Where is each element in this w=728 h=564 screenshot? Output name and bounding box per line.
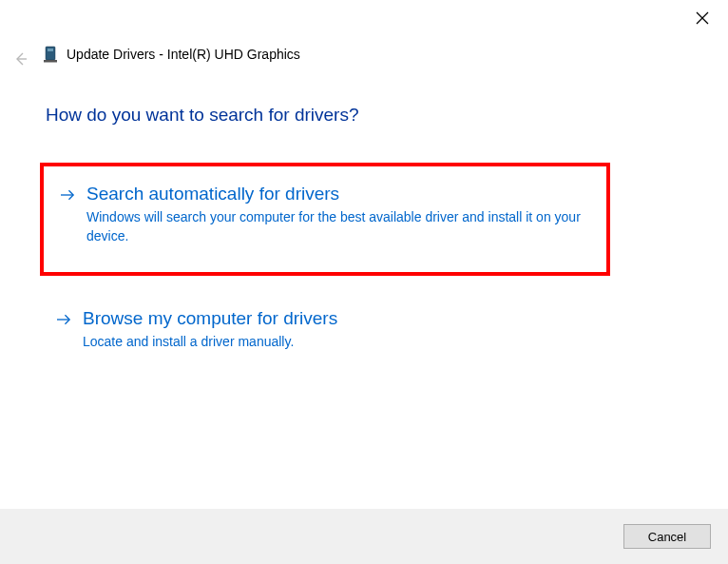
option-title: Search automatically for drivers: [86, 184, 589, 204]
cancel-button[interactable]: Cancel: [623, 524, 711, 549]
arrow-right-icon: [61, 188, 75, 202]
svg-rect-5: [44, 60, 57, 63]
dialog-title: Update Drivers - Intel(R) UHD Graphics: [67, 47, 300, 62]
dialog-footer: Cancel: [0, 509, 728, 564]
arrow-right-icon: [57, 313, 71, 326]
option-browse-computer[interactable]: Browse my computer for drivers Locate an…: [57, 308, 593, 352]
option-description: Locate and install a driver manually.: [83, 333, 593, 352]
option-title: Browse my computer for drivers: [83, 308, 593, 329]
page-heading: How do you want to search for drivers?: [46, 105, 359, 126]
highlight-box: Search automatically for drivers Windows…: [40, 163, 610, 276]
option-description: Windows will search your computer for th…: [86, 208, 589, 245]
close-icon: [696, 11, 709, 28]
option-text-block: Browse my computer for drivers Locate an…: [83, 308, 593, 352]
dialog-header: Update Drivers - Intel(R) UHD Graphics: [44, 46, 300, 63]
close-button[interactable]: [696, 11, 711, 27]
svg-rect-4: [48, 49, 53, 51]
display-adapter-icon: [44, 46, 57, 63]
arrow-left-icon: [13, 53, 29, 69]
back-button[interactable]: [13, 51, 30, 68]
option-text-block: Search automatically for drivers Windows…: [86, 184, 589, 245]
option-search-automatically[interactable]: Search automatically for drivers Windows…: [61, 184, 589, 245]
